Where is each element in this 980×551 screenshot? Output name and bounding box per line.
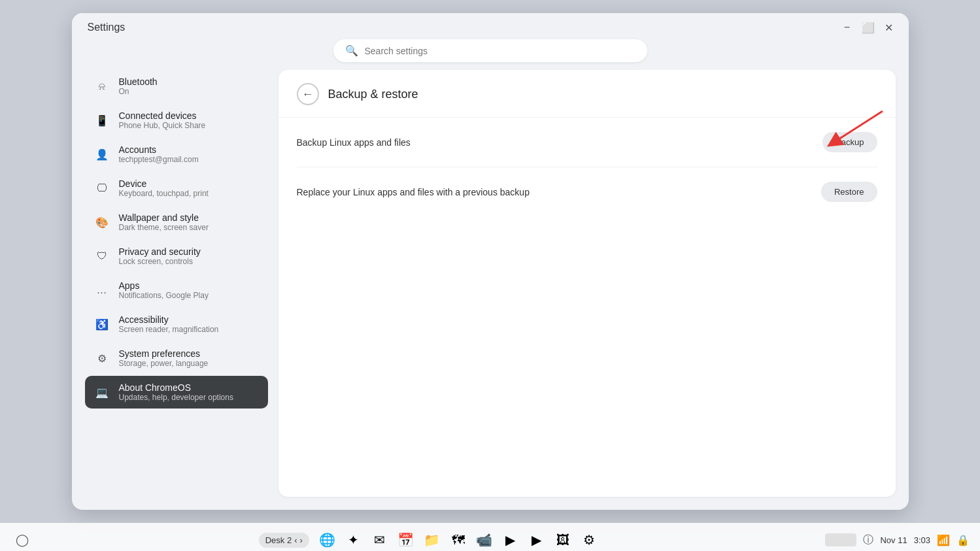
sidebar-sublabel-connected-devices: Phone Hub, Quick Share — [119, 121, 206, 130]
sidebar-label-about: About ChromeOS — [119, 382, 233, 393]
sidebar-sublabel-system: Storage, power, language — [119, 359, 209, 368]
launcher-button[interactable]: ◯ — [10, 528, 34, 551]
content-row-restore-row: Replace your Linux apps and files with a… — [297, 167, 877, 216]
search-icon: 🔍 — [345, 44, 358, 57]
sidebar-label-device: Device — [119, 178, 209, 189]
sidebar-sublabel-wallpaper: Dark theme, screen saver — [119, 223, 209, 232]
sidebar: ⍾ Bluetooth On 📱 Connected devices Phone… — [85, 70, 268, 497]
taskbar-app-chrome[interactable]: 🌐 — [316, 528, 339, 551]
sidebar-text-about: About ChromeOS Updates, help, developer … — [119, 382, 233, 402]
search-bar-wrapper: 🔍 — [72, 39, 909, 70]
main-layout: ⍾ Bluetooth On 📱 Connected devices Phone… — [72, 70, 909, 510]
taskbar-apps: 🌐✦✉📅📁🗺📹▶▶🖼⚙ — [316, 528, 601, 551]
taskbar-app-files[interactable]: 📁 — [420, 528, 444, 551]
taskbar: ◯ Desk 2 ‹ › 🌐✦✉📅📁🗺📹▶▶🖼⚙ ⓘ Nov 11 3:03 📶… — [0, 523, 980, 551]
taskbar-app-youtube[interactable]: ▶ — [525, 528, 549, 551]
sidebar-icon-about: 💻 — [94, 384, 110, 400]
sidebar-sublabel-privacy: Lock screen, controls — [119, 257, 201, 266]
row-text-restore-row: Replace your Linux apps and files with a… — [297, 187, 530, 197]
sidebar-item-accounts[interactable]: 👤 Accounts techpptest@gmail.com — [85, 138, 268, 171]
sidebar-item-privacy[interactable]: 🛡 Privacy and security Lock screen, cont… — [85, 240, 268, 273]
sidebar-item-system[interactable]: ⚙ System preferences Storage, power, lan… — [85, 342, 268, 375]
sidebar-label-bluetooth: Bluetooth — [119, 76, 158, 87]
sidebar-icon-accounts: 👤 — [94, 146, 110, 162]
sidebar-text-bluetooth: Bluetooth On — [119, 76, 158, 96]
volume-slider[interactable] — [825, 533, 856, 546]
sidebar-icon-accessibility: ♿ — [94, 316, 110, 332]
taskbar-center: Desk 2 ‹ › 🌐✦✉📅📁🗺📹▶▶🖼⚙ — [259, 528, 601, 551]
sidebar-icon-device: 🖵 — [94, 180, 110, 196]
taskbar-app-gemini[interactable]: ✦ — [342, 528, 365, 551]
btn-wrap-restore-row: Restore — [821, 182, 877, 202]
backup-row-button[interactable]: Backup — [822, 132, 877, 152]
sidebar-item-connected-devices[interactable]: 📱 Connected devices Phone Hub, Quick Sha… — [85, 104, 268, 137]
taskbar-app-calendar[interactable]: 📅 — [394, 528, 418, 551]
sidebar-label-privacy: Privacy and security — [119, 246, 201, 257]
sidebar-icon-privacy: 🛡 — [94, 248, 110, 264]
sidebar-item-bluetooth[interactable]: ⍾ Bluetooth On — [85, 70, 268, 103]
minimize-button[interactable]: − — [841, 21, 854, 34]
close-button[interactable]: ✕ — [883, 21, 896, 34]
sidebar-label-wallpaper: Wallpaper and style — [119, 212, 209, 223]
taskbar-right: ⓘ Nov 11 3:03 📶 🔒 — [825, 533, 970, 547]
desk-switcher[interactable]: Desk 2 ‹ › — [259, 533, 309, 548]
content-row-backup-row: Backup Linux apps and filesBackup — [297, 118, 877, 167]
desk-next-icon[interactable]: › — [299, 535, 302, 545]
back-button[interactable]: ← — [297, 83, 319, 105]
wifi-icon: 📶 — [937, 534, 950, 546]
sidebar-label-system: System preferences — [119, 348, 209, 359]
sidebar-text-connected-devices: Connected devices Phone Hub, Quick Share — [119, 110, 206, 130]
sidebar-item-accessibility[interactable]: ♿ Accessibility Screen reader, magnifica… — [85, 308, 268, 341]
sidebar-icon-system: ⚙ — [94, 350, 110, 366]
sidebar-text-apps: Apps Notifications, Google Play — [119, 280, 209, 300]
content-title: Backup & restore — [328, 88, 418, 101]
desk-label: Desk 2 — [265, 535, 292, 545]
sidebar-sublabel-accounts: techpptest@gmail.com — [119, 155, 199, 164]
taskbar-left: ◯ — [10, 528, 34, 551]
sidebar-sublabel-device: Keyboard, touchpad, print — [119, 189, 209, 198]
sidebar-sublabel-about: Updates, help, developer options — [119, 393, 233, 402]
taskbar-app-gmail[interactable]: ✉ — [368, 528, 392, 551]
sidebar-item-about[interactable]: 💻 About ChromeOS Updates, help, develope… — [85, 376, 268, 409]
sidebar-text-accessibility: Accessibility Screen reader, magnificati… — [119, 314, 219, 334]
sidebar-text-device: Device Keyboard, touchpad, print — [119, 178, 209, 198]
sidebar-icon-apps: … — [94, 282, 110, 298]
maximize-button[interactable]: ⬜ — [862, 21, 875, 34]
title-bar: Settings − ⬜ ✕ — [72, 13, 909, 39]
lock-icon: 🔒 — [956, 534, 970, 546]
search-input[interactable] — [365, 46, 635, 56]
search-bar[interactable]: 🔍 — [333, 39, 647, 62]
content-header: ← Backup & restore — [279, 70, 896, 118]
sidebar-icon-wallpaper: 🎨 — [94, 214, 110, 230]
sidebar-icon-bluetooth: ⍾ — [94, 78, 110, 94]
sidebar-item-apps[interactable]: … Apps Notifications, Google Play — [85, 274, 268, 307]
sidebar-icon-connected-devices: 📱 — [94, 112, 110, 128]
sidebar-sublabel-bluetooth: On — [119, 87, 158, 96]
desk-prev-icon[interactable]: ‹ — [294, 535, 297, 545]
taskbar-app-maps[interactable]: 🗺 — [447, 528, 470, 551]
content-area: ← Backup & restore Backup Linux apps and… — [279, 70, 896, 497]
window-controls: − ⬜ ✕ — [841, 21, 896, 34]
taskbar-app-settings-app[interactable]: ⚙ — [577, 528, 601, 551]
sidebar-label-connected-devices: Connected devices — [119, 110, 206, 121]
restore-row-button[interactable]: Restore — [821, 182, 877, 202]
sidebar-text-wallpaper: Wallpaper and style Dark theme, screen s… — [119, 212, 209, 232]
row-text-backup-row: Backup Linux apps and files — [297, 137, 411, 148]
sidebar-label-accounts: Accounts — [119, 144, 199, 155]
info-icon[interactable]: ⓘ — [863, 533, 873, 547]
sidebar-item-wallpaper[interactable]: 🎨 Wallpaper and style Dark theme, screen… — [85, 206, 268, 239]
sidebar-text-accounts: Accounts techpptest@gmail.com — [119, 144, 199, 164]
time: 3:03 — [914, 535, 930, 545]
date: Nov 11 — [880, 535, 907, 545]
sidebar-text-system: System preferences Storage, power, langu… — [119, 348, 209, 368]
sidebar-sublabel-apps: Notifications, Google Play — [119, 291, 209, 300]
content-section: Backup Linux apps and filesBackupReplace… — [279, 118, 896, 216]
window-title: Settings — [88, 22, 126, 33]
taskbar-app-meet[interactable]: 📹 — [473, 528, 496, 551]
taskbar-app-photos[interactable]: 🖼 — [551, 528, 575, 551]
sidebar-item-device[interactable]: 🖵 Device Keyboard, touchpad, print — [85, 172, 268, 205]
settings-window: Settings − ⬜ ✕ 🔍 ⍾ Bluetooth On 📱 — [72, 13, 909, 510]
sidebar-label-apps: Apps — [119, 280, 209, 291]
sidebar-text-privacy: Privacy and security Lock screen, contro… — [119, 246, 201, 266]
taskbar-app-play[interactable]: ▶ — [499, 528, 522, 551]
